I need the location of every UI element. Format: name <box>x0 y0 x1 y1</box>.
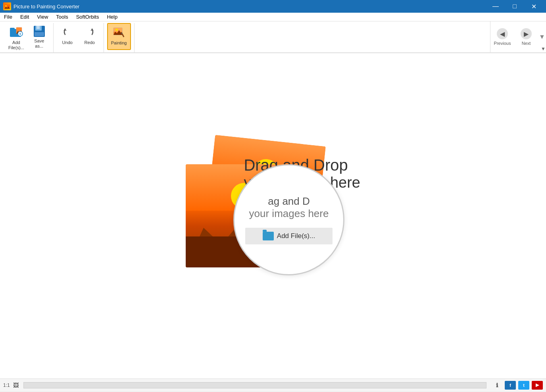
undo-icon <box>60 25 75 39</box>
facebook-icon[interactable]: f <box>505 381 516 390</box>
svg-rect-12 <box>37 26 40 29</box>
folder-icon-large <box>263 232 274 240</box>
magnifier-text2: your images here <box>249 208 329 220</box>
status-icons: ℹ f t ▶ <box>491 381 543 390</box>
menu-bar: File Edit View Tools SoftOrbits Help <box>0 13 546 21</box>
painting-icon <box>112 25 126 40</box>
toolbar-group-painting: Painting <box>104 23 135 52</box>
svg-rect-13 <box>35 32 44 36</box>
close-button[interactable]: ✕ <box>525 0 543 13</box>
previous-button[interactable]: ◀ Previous <box>490 21 514 52</box>
redo-label: Redo <box>85 40 95 45</box>
add-files-button[interactable]: + AddFile(s)... <box>5 23 28 50</box>
magnifier-text1: ag and D <box>268 195 310 208</box>
maximize-button[interactable]: □ <box>506 0 524 13</box>
redo-icon <box>83 25 97 39</box>
toolbar-group-files: + AddFile(s)... Saveas... <box>2 23 54 52</box>
menu-view[interactable]: View <box>33 13 52 21</box>
magnifier-circle: ag and D your images here Add File(s)... <box>233 164 344 275</box>
youtube-icon[interactable]: ▶ <box>532 381 543 390</box>
add-files-label: AddFile(s)... <box>8 40 24 50</box>
undo-button[interactable]: Undo <box>57 23 78 50</box>
status-zoom: 1:1 <box>3 382 10 388</box>
info-icon[interactable]: ℹ <box>491 381 502 390</box>
status-bar: 1:1 🖼 ℹ f t ▶ <box>0 379 546 391</box>
painting-button[interactable]: Painting <box>107 23 131 50</box>
next-button[interactable]: ▶ Next <box>514 21 538 52</box>
undo-label: Undo <box>62 40 73 45</box>
svg-rect-4 <box>10 28 15 30</box>
painting-label: Painting <box>111 40 127 46</box>
previous-label: Previous <box>494 41 511 46</box>
twitter-icon[interactable]: t <box>518 381 529 390</box>
menu-edit[interactable]: Edit <box>16 13 33 21</box>
status-progress-bar <box>23 382 486 388</box>
menu-file[interactable]: File <box>0 13 16 21</box>
nav-expand-icon[interactable]: ▼ <box>538 21 546 52</box>
previous-arrow-icon: ◀ <box>497 28 508 39</box>
minimize-button[interactable]: — <box>486 0 505 13</box>
next-arrow-icon: ▶ <box>521 28 532 39</box>
next-label: Next <box>522 41 531 46</box>
toolbar-group-edit: Undo Redo <box>54 23 104 52</box>
title-bar-title: Picture to Painting Converter <box>13 4 79 10</box>
save-icon <box>32 25 46 38</box>
add-files-icon: + <box>9 25 23 39</box>
menu-help[interactable]: Help <box>103 13 121 21</box>
svg-point-18 <box>115 29 118 31</box>
save-as-button[interactable]: Saveas... <box>29 23 50 50</box>
illustration: Drag and Drop your images here ag and D … <box>178 133 368 299</box>
app-icon <box>3 2 11 10</box>
svg-point-1 <box>5 5 7 7</box>
menu-softorbits[interactable]: SoftOrbits <box>72 13 103 21</box>
toolbar: + AddFile(s)... Saveas... <box>0 21 546 53</box>
status-image-icon: 🖼 <box>13 382 19 388</box>
svg-text:+: + <box>19 32 21 36</box>
add-files-large-button[interactable]: Add File(s)... <box>245 228 333 244</box>
main-content[interactable]: Drag and Drop your images here ag and D … <box>0 53 546 379</box>
menu-tools[interactable]: Tools <box>52 13 72 21</box>
title-bar-left: Picture to Painting Converter <box>3 2 79 10</box>
title-bar-controls[interactable]: — □ ✕ <box>486 0 543 13</box>
nav-buttons: ◀ Previous ▶ Next ▼ <box>490 21 546 52</box>
title-bar: Picture to Painting Converter — □ ✕ <box>0 0 546 13</box>
add-files-large-label: Add File(s)... <box>277 232 315 240</box>
save-as-label: Saveas... <box>34 38 44 49</box>
redo-button[interactable]: Redo <box>79 23 100 50</box>
drop-zone[interactable]: Drag and Drop your images here ag and D … <box>0 53 546 379</box>
